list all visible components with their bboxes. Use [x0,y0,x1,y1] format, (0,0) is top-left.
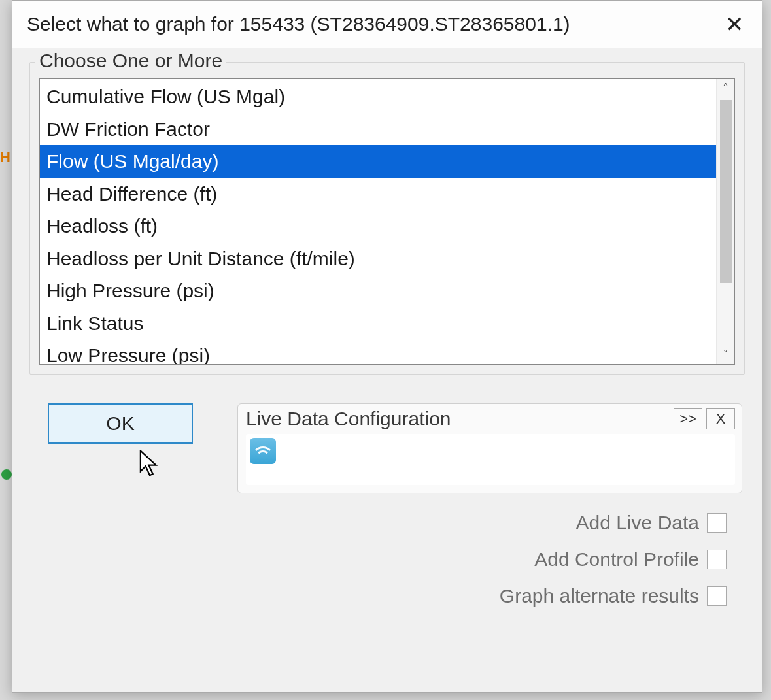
listbox-scrollbar[interactable]: ˄ ˅ [716,79,734,364]
graph-alternate-results-row: Graph alternate results [500,585,727,607]
dialog-title: Select what to graph for 155433 (ST28364… [27,13,570,35]
live-panel-header: Live Data Configuration >> X [246,408,735,430]
list-item[interactable]: High Pressure (psi) [40,275,734,307]
choose-fieldset: Choose One or More Cumulative Flow (US M… [29,62,745,375]
live-panel-title: Live Data Configuration [246,408,451,430]
add-control-profile-checkbox[interactable] [707,550,727,569]
dialog-titlebar: Select what to graph for 155433 (ST28364… [12,1,762,48]
list-item[interactable]: Flow (US Mgal/day) [40,145,734,178]
live-panel-close-button[interactable]: X [706,408,735,429]
wifi-icon [250,438,276,464]
live-panel-expand-button[interactable]: >> [674,408,702,429]
add-live-data-row: Add Live Data [576,512,727,534]
list-item[interactable]: Headloss per Unit Distance (ft/mile) [40,242,734,275]
scroll-up-arrow-icon[interactable]: ˄ [717,79,734,97]
add-control-profile-row: Add Control Profile [534,548,727,571]
list-item[interactable]: DW Friction Factor [40,113,734,146]
listbox-inner: Cumulative Flow (US Mgal) DW Friction Fa… [40,79,734,364]
graph-alternate-results-label: Graph alternate results [500,585,699,607]
scroll-thumb[interactable] [720,100,732,283]
add-live-data-label: Add Live Data [576,512,699,534]
map-label: H [0,149,10,166]
bottom-area: OK Live Data Configuration >> X [29,403,745,493]
list-item[interactable]: Link Status [40,307,734,340]
ok-button[interactable]: OK [48,403,193,444]
list-item[interactable]: Low Pressure (psi) [40,339,734,364]
add-live-data-checkbox[interactable] [707,513,727,533]
list-item[interactable]: Head Difference (ft) [40,178,734,210]
live-data-configuration-panel: Live Data Configuration >> X [237,403,742,493]
add-control-profile-label: Add Control Profile [534,548,699,571]
graph-alternate-results-checkbox[interactable] [707,586,727,606]
list-item[interactable]: Cumulative Flow (US Mgal) [40,80,734,113]
map-node-marker [1,469,12,480]
dialog-close-button[interactable]: ✕ [719,8,750,40]
live-panel-buttons: >> X [674,408,735,429]
options-checkboxes: Add Live Data Add Control Profile Graph … [29,512,745,607]
graph-options-listbox[interactable]: Cumulative Flow (US Mgal) DW Friction Fa… [39,78,735,365]
ok-button-label: OK [106,412,134,435]
list-item[interactable]: Headloss (ft) [40,210,734,242]
live-panel-body [246,434,735,485]
scroll-down-arrow-icon[interactable]: ˅ [717,346,734,364]
close-icon: ✕ [725,11,744,37]
graph-selection-dialog: Select what to graph for 155433 (ST28364… [12,0,762,693]
dialog-body: Choose One or More Cumulative Flow (US M… [12,48,762,619]
fieldset-legend: Choose One or More [35,50,226,72]
